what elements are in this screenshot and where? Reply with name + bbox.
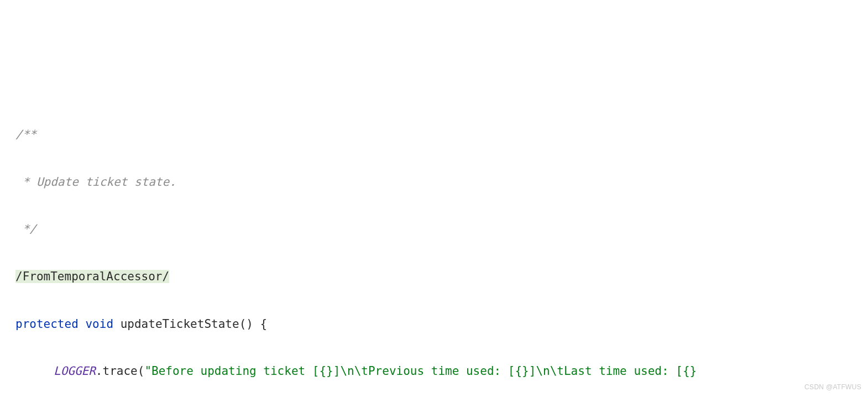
javadoc-open: /** (15, 128, 36, 141)
logger-before-line: LOGGER.trace("Before updating ticket [{}… (0, 359, 868, 383)
code-block: /** * Update ticket state. */ /FromTempo… (0, 95, 868, 397)
javadoc-body: * Update ticket state. (15, 175, 176, 189)
keyword-void: void (85, 317, 113, 331)
inlay-annotation: /FromTemporalAccessor/ (15, 270, 169, 283)
javadoc-close: */ (15, 222, 36, 236)
paren-brace: () { (239, 317, 268, 331)
keyword-protected: protected (15, 317, 79, 331)
watermark-text: CSDN @ATFWUS (804, 380, 861, 394)
method-name: updateTicketState (121, 317, 239, 331)
trace-call: trace (103, 364, 138, 378)
logger-ident: LOGGER (54, 364, 96, 378)
method-signature: protected void updateTicketState() { (0, 312, 868, 336)
string-literal-before: "Before updating ticket [{}]\n\tPrevious… (144, 364, 697, 378)
